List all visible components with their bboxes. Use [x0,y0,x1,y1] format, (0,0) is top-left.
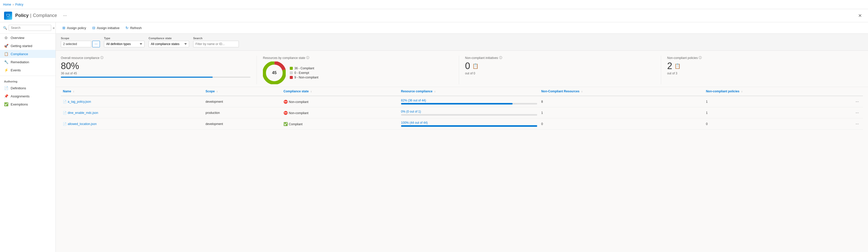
overall-info-icon[interactable]: ⓘ [100,56,103,60]
scope-picker-button[interactable]: ⋯ [92,41,100,47]
legend-dot-noncompliant [290,76,293,79]
sidebar-nav: ⊙ Overview 🚀 Getting started 📋 Complianc… [0,34,56,74]
row-name-link-2[interactable]: allowed_location.json [68,122,97,126]
donut-legend: 36 - Compliant 0 - Exempt 9 - Non-compli… [290,67,318,79]
sort-scope-icon: ↕ [216,90,218,93]
legend-dot-compliant [290,67,293,70]
sidebar-label-compliance: Compliance [11,52,28,56]
sidebar-item-overview[interactable]: ⊙ Overview [0,34,56,42]
compliance-bar-fill-0 [401,103,513,105]
compliance-state-select[interactable]: All compliance states [149,41,189,47]
table-row: 📄 a_tag_policy.json development ⛔Non-com… [61,96,863,107]
toolbar: ⊞ Assign policy ⊟ Assign initiative ↻ Re… [56,22,868,34]
sidebar-item-exemptions[interactable]: ✅ Exemptions [0,100,56,108]
policies-info-icon[interactable]: ⓘ [699,56,702,60]
breadcrumb: Home › Policy [3,3,23,6]
breadcrumb-home[interactable]: Home [3,3,11,6]
sidebar-item-assignments[interactable]: 📌 Assignments [0,92,56,100]
donut-center-label: 45 [272,71,277,75]
col-scope[interactable]: Scope ↕ [204,87,281,96]
resources-label: Resources by compliance state [263,56,305,60]
row-more-button-0[interactable]: ··· [854,99,861,105]
sidebar-search-area: 🔍 « [0,22,56,34]
cell-nc-resources-2: 0 [539,118,704,130]
table-row: 📄 allowed_location.json development ✅Com… [61,118,863,130]
search-filter-group: Search [193,37,239,47]
col-name[interactable]: Name ↕ [61,87,204,96]
legend-noncompliant: 9 - Non-compliant [290,76,318,79]
sidebar-item-compliance[interactable]: 📋 Compliance [0,50,56,58]
search-filter-label: Search [193,37,239,40]
cell-compliance-state-0: ⛔Non-compliant [281,96,399,107]
scope-filter: Scope ⋯ [61,37,100,47]
type-select[interactable]: All definition types [104,41,145,47]
sidebar-item-events[interactable]: ⚡ Events [0,66,56,74]
sidebar-item-definitions[interactable]: 📄 Definitions [0,84,56,92]
sidebar-divider [0,76,56,76]
compliance-bar-bg-2 [401,125,537,127]
initiatives-info-icon[interactable]: ⓘ [499,56,502,60]
search-icon: 🔍 [3,26,7,30]
events-icon: ⚡ [4,68,8,72]
sort-resource-icon: ↕ [434,90,436,93]
definitions-icon: 📄 [4,86,8,90]
resource-compliance-label-1[interactable]: 0% (0 out of 1) [401,110,421,113]
sidebar-item-getting-started[interactable]: 🚀 Getting started [0,42,56,50]
resource-compliance-label-0[interactable]: 82% (36 out of 44) [401,99,426,102]
overall-compliance-block: Overall resource compliance ⓘ 80% 36 out… [61,56,256,84]
sidebar-item-remediation[interactable]: 🔧 Remediation [0,58,56,66]
sort-name-icon: ↕ [73,90,74,93]
legend-compliant: 36 - Compliant [290,67,318,70]
row-name-link-1[interactable]: dine_enable_mdc.json [68,111,98,115]
policies-badge-icon: 📋 [674,63,681,69]
sidebar-label-exemptions: Exemptions [11,103,28,106]
refresh-button[interactable]: ↻ Refresh [123,24,144,31]
top-bar: Home › Policy [0,0,868,9]
row-icon-2: 📄 [63,122,67,126]
compliance-icon: 📋 [4,52,8,56]
initiatives-badge-icon: 📋 [472,63,478,69]
exemptions-icon: ✅ [4,102,8,106]
sort-nc-resources-icon: ↕ [581,90,583,93]
cell-actions-0: ··· [851,96,863,107]
col-non-compliant-resources[interactable]: Non-Compliant Resources ↕ [539,87,704,96]
initiatives-label: Non-compliant initiatives [465,56,498,60]
col-resource-compliance[interactable]: Resource compliance ↕ [399,87,539,96]
resources-info-icon[interactable]: ⓘ [306,56,309,60]
col-compliance-state[interactable]: Compliance state ↕ [281,87,399,96]
sidebar-label-overview: Overview [11,36,24,40]
sidebar-label-definitions: Definitions [11,86,26,90]
more-options-button[interactable]: ··· [61,12,69,19]
assign-initiative-button[interactable]: ⊟ Assign initiative [90,24,122,31]
row-name-link-0[interactable]: a_tag_policy.json [68,100,91,104]
filter-bar: Scope ⋯ Type All definition types Compli… [56,34,868,50]
getting-started-icon: 🚀 [4,44,8,48]
sidebar-label-getting-started: Getting started [11,44,32,48]
non-compliant-icon: ⛔ [283,111,288,115]
overall-progress-bar [61,77,250,78]
refresh-icon: ↻ [125,26,128,30]
cell-nc-policies-1: 1 [704,107,851,118]
stats-row: Overall resource compliance ⓘ 80% 36 out… [56,50,868,87]
cell-nc-resources-1: 1 [539,107,704,118]
row-more-button-2[interactable]: ··· [854,121,861,127]
legend-exempt: 0 - Exempt [290,71,318,75]
table-body: 📄 a_tag_policy.json development ⛔Non-com… [61,96,863,130]
sidebar-search-input[interactable] [9,25,51,31]
scope-input[interactable] [61,41,91,47]
overview-icon: ⊙ [4,36,8,40]
resource-compliance-label-2[interactable]: 100% (44 out of 44) [401,121,428,124]
header-bar: 🛡 Policy | Compliance ··· ✕ [0,9,868,22]
collapse-sidebar-button[interactable]: « [53,26,55,30]
search-filter-input[interactable] [193,41,239,47]
close-button[interactable]: ✕ [856,12,864,20]
breadcrumb-policy[interactable]: Policy [15,3,23,6]
col-actions [851,87,863,96]
compliance-bar-bg-1 [401,114,537,116]
cell-scope-2: development [204,118,281,130]
assign-policy-button[interactable]: ⊞ Assign policy [60,24,89,31]
table-row: 📄 dine_enable_mdc.json production ⛔Non-c… [61,107,863,118]
col-non-compliant-policies[interactable]: Non-compliant policies ↕ [704,87,851,96]
compliance-table: Name ↕ Scope ↕ Compliance state ↕ Reso [61,87,863,130]
row-more-button-1[interactable]: ··· [854,110,861,116]
